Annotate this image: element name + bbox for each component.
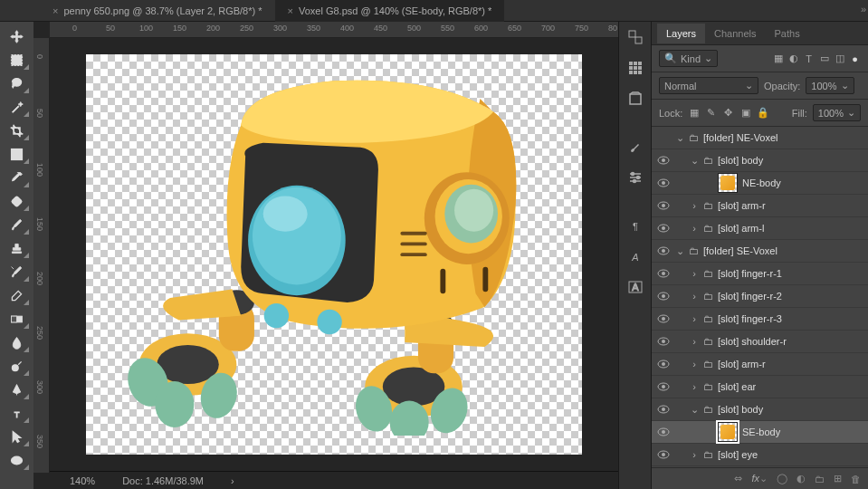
filter-adjust-icon[interactable]: ◐ (787, 53, 799, 64)
layer-row[interactable]: ›🗀[slot] finger-r-3 (652, 308, 868, 331)
healing-tool[interactable] (5, 190, 30, 212)
frame-tool[interactable] (5, 143, 30, 165)
magic-wand-tool[interactable] (5, 96, 30, 118)
expand-arrow[interactable]: › (690, 449, 699, 460)
panel-tab-paths[interactable]: Paths (766, 24, 809, 43)
visibility-toggle[interactable] (652, 426, 675, 438)
type-tool[interactable]: T (5, 402, 30, 424)
layer-row[interactable]: ⌄🗀[folder] SE-Voxel (652, 240, 868, 263)
expand-arrow[interactable]: ⌄ (675, 132, 684, 144)
expand-arrow[interactable]: ⌄ (690, 155, 699, 167)
blend-mode-dropdown[interactable]: Normal⌄ (659, 77, 758, 94)
visibility-toggle[interactable] (652, 380, 675, 393)
move-tool[interactable] (5, 25, 30, 47)
expand-arrow[interactable]: › (690, 381, 699, 392)
brush-tool[interactable] (5, 214, 30, 235)
lock-artboard-icon[interactable]: ▣ (739, 107, 751, 119)
crop-tool[interactable] (5, 120, 30, 141)
panel-icon-libraries[interactable] (625, 89, 645, 109)
delete-layer-icon[interactable]: 🗑 (851, 474, 861, 484)
gradient-tool[interactable] (5, 308, 30, 330)
opacity-field[interactable]: 100%⌄ (806, 77, 854, 94)
visibility-toggle[interactable] (652, 358, 675, 370)
layer-row[interactable]: ›🗀[slot] finger-r-2 (652, 285, 868, 308)
history-brush-tool[interactable] (5, 261, 30, 283)
expand-arrow[interactable]: › (690, 313, 699, 324)
expand-arrow[interactable]: › (690, 223, 699, 234)
panel-icon-colors[interactable] (625, 27, 645, 47)
dodge-tool[interactable] (5, 355, 30, 377)
panel-tab-channels[interactable]: Channels (705, 24, 765, 43)
visibility-toggle[interactable] (652, 154, 675, 167)
pen-tool[interactable] (5, 379, 30, 400)
layer-fx-icon[interactable]: fx⌄ (751, 473, 768, 484)
panel-icon-character[interactable]: A (625, 246, 645, 266)
eyedropper-tool[interactable] (5, 167, 30, 188)
expand-arrow[interactable]: › (690, 200, 699, 211)
new-group-icon[interactable]: 🗀 (815, 474, 825, 484)
expand-arrow[interactable]: › (690, 359, 699, 369)
shape-tool[interactable] (5, 449, 30, 471)
expand-arrow[interactable]: ⌄ (690, 404, 699, 416)
adjustment-layer-icon[interactable]: ◐ (796, 473, 806, 484)
panel-icon-adjustments[interactable] (625, 168, 645, 187)
marquee-tool[interactable] (5, 49, 30, 71)
layer-row[interactable]: NE-body (652, 172, 868, 195)
lasso-tool[interactable] (5, 72, 30, 94)
layer-thumbnail[interactable] (718, 422, 738, 442)
close-icon[interactable]: × (52, 5, 58, 16)
layer-row[interactable]: ›🗀[slot] eye (652, 444, 868, 466)
visibility-toggle[interactable] (652, 222, 675, 235)
panel-menu-icon[interactable]: » (861, 4, 864, 14)
panel-tab-layers[interactable]: Layers (657, 24, 705, 43)
eraser-tool[interactable] (5, 284, 30, 306)
expand-arrow[interactable]: › (690, 336, 699, 347)
layer-thumbnail[interactable] (718, 173, 738, 193)
layer-row[interactable]: ›🗀[slot] arm-l (652, 217, 868, 240)
expand-arrow[interactable]: › (690, 291, 699, 302)
panel-icon-brush[interactable] (625, 137, 645, 157)
blur-tool[interactable] (5, 331, 30, 353)
lock-all-icon[interactable]: 🔒 (757, 107, 768, 119)
filter-smart-icon[interactable]: ◫ (834, 53, 845, 64)
layer-row[interactable]: ⌄🗀[folder] NE-Voxel (652, 127, 868, 149)
stamp-tool[interactable] (5, 237, 30, 259)
layers-list[interactable]: ⌄🗀[folder] NE-Voxel⌄🗀[slot] bodyNE-body›… (652, 127, 868, 467)
lock-brush-icon[interactable]: ✎ (705, 107, 717, 119)
visibility-toggle[interactable] (652, 199, 675, 212)
layer-row[interactable]: ›🗀[slot] arm-r (652, 195, 868, 217)
layer-row[interactable]: ›🗀[slot] arm-r (652, 353, 868, 376)
visibility-toggle[interactable] (652, 177, 675, 189)
document-tab[interactable]: ×penny 650.png @ 38.7% (Layer 2, RGB/8*)… (40, 0, 275, 22)
panel-icon-glyphs[interactable]: A (625, 277, 645, 297)
visibility-toggle[interactable] (652, 267, 675, 280)
visibility-toggle[interactable] (652, 448, 675, 461)
filter-shape-icon[interactable]: ▭ (818, 53, 830, 64)
filter-type-icon[interactable]: T (803, 53, 815, 64)
close-icon[interactable]: × (288, 5, 293, 16)
filter-pixel-icon[interactable]: ▦ (772, 53, 784, 64)
visibility-toggle[interactable] (652, 335, 675, 348)
document-tab[interactable]: ×Voxel G8.psd @ 140% (SE-body, RGB/8*) * (275, 0, 505, 22)
layer-row[interactable]: ⌄🗀[slot] body (652, 398, 868, 421)
visibility-toggle[interactable] (652, 244, 675, 257)
panel-icon-paragraph[interactable]: ¶ (625, 216, 645, 235)
status-arrow[interactable]: › (231, 475, 234, 486)
fill-field[interactable]: 100%⌄ (813, 104, 861, 121)
visibility-toggle[interactable] (652, 312, 675, 325)
lock-pixels-icon[interactable]: ▦ (688, 107, 700, 119)
layer-row[interactable]: SE-body (652, 421, 868, 444)
canvas[interactable] (86, 54, 582, 455)
path-select-tool[interactable] (5, 426, 30, 447)
canvas-viewport[interactable] (50, 38, 618, 471)
zoom-level[interactable]: 140% (70, 475, 95, 486)
expand-arrow[interactable]: ⌄ (675, 245, 684, 257)
layer-row[interactable]: ›🗀[slot] ear (652, 376, 868, 398)
layer-mask-icon[interactable]: ◯ (777, 473, 787, 484)
expand-arrow[interactable]: › (690, 268, 699, 279)
link-layers-icon[interactable]: ⇔ (734, 473, 742, 484)
panel-icon-swatches[interactable] (625, 58, 645, 78)
visibility-toggle[interactable] (652, 290, 675, 302)
filter-kind-dropdown[interactable]: 🔍Kind⌄ (659, 50, 718, 67)
new-layer-icon[interactable]: ⊞ (834, 473, 842, 484)
